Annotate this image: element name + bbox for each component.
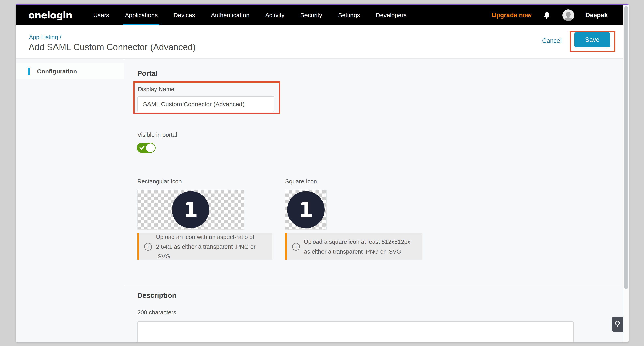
nav-item-devices[interactable]: Devices <box>174 5 195 25</box>
page-body: Configuration Portal Display Name Visibl… <box>16 59 629 342</box>
display-name-label: Display Name <box>138 86 174 93</box>
rectangular-icon-note: i Upload an icon with an aspect-ratio of… <box>137 233 272 260</box>
nav-right-cluster: Upgrade now Deepak <box>492 5 608 25</box>
nav-item-developers[interactable]: Developers <box>376 5 406 25</box>
portal-section-title: Portal <box>137 69 158 77</box>
app-icon-circle: 1 <box>172 191 209 228</box>
rectangular-icon-upload[interactable]: 1 <box>137 190 244 229</box>
info-icon: i <box>292 243 300 251</box>
browser-window: onelogin Users Applications Devices Auth… <box>16 4 629 342</box>
checkmark-icon <box>139 145 145 151</box>
user-name[interactable]: Deepak <box>586 11 608 19</box>
toggle-knob <box>146 143 155 152</box>
sidebar-item-label: Configuration <box>37 68 77 75</box>
display-name-input[interactable] <box>137 96 274 112</box>
nav-item-activity[interactable]: Activity <box>265 5 284 25</box>
info-icon: i <box>144 243 152 251</box>
note-text: Upload an icon with an aspect-ratio of 2… <box>156 232 267 261</box>
section-divider <box>124 286 622 286</box>
sidebar-item-configuration[interactable]: Configuration <box>16 63 124 79</box>
character-limit-label: 200 characters <box>137 309 176 316</box>
active-indicator-bar <box>28 68 30 75</box>
lightbulb-icon <box>614 320 621 329</box>
vertical-scrollbar-track[interactable] <box>623 5 629 342</box>
square-icon-note: i Upload a square icon at least 512x512p… <box>285 233 422 260</box>
cancel-button[interactable]: Cancel <box>542 37 562 44</box>
app-icon-circle: 1 <box>287 191 324 228</box>
sidebar-divider <box>124 59 124 342</box>
user-avatar[interactable] <box>562 9 574 21</box>
page-title: Add SAML Custom Connector (Advanced) <box>28 42 196 52</box>
description-textarea[interactable] <box>137 321 574 342</box>
nav-item-authentication[interactable]: Authentication <box>211 5 250 25</box>
avatar-shoulders-shape <box>564 17 572 21</box>
nav-item-users[interactable]: Users <box>93 5 109 25</box>
nav-item-security[interactable]: Security <box>300 5 322 25</box>
nav-item-applications[interactable]: Applications <box>125 5 158 25</box>
square-icon-upload[interactable]: 1 <box>285 190 326 229</box>
vertical-scrollbar-thumb[interactable] <box>624 6 628 289</box>
nav-item-settings[interactable]: Settings <box>338 5 360 25</box>
onelogin-logo[interactable]: onelogin <box>28 10 72 21</box>
save-button[interactable]: Save <box>574 32 610 47</box>
avatar-head-shape <box>566 12 571 17</box>
upgrade-now-link[interactable]: Upgrade now <box>492 11 531 19</box>
notification-bell-icon[interactable] <box>543 11 551 20</box>
description-section-title: Description <box>137 291 176 300</box>
rectangular-icon-label: Rectangular Icon <box>137 178 182 185</box>
desktop: { "nav": { "logo": "onelogin", "items": … <box>0 0 644 346</box>
nav-menu: Users Applications Devices Authenticatio… <box>93 5 406 25</box>
top-navbar: onelogin Users Applications Devices Auth… <box>16 5 623 25</box>
note-text: Upload a square icon at least 512x512px … <box>304 237 417 256</box>
page-header: App Listing / Add SAML Custom Connector … <box>16 25 623 58</box>
square-icon-label: Square Icon <box>285 178 317 185</box>
visible-in-portal-toggle[interactable] <box>137 143 156 153</box>
breadcrumb[interactable]: App Listing / <box>29 34 62 41</box>
help-lightbulb-button[interactable] <box>612 317 623 332</box>
visible-in-portal-label: Visible in portal <box>137 132 177 138</box>
